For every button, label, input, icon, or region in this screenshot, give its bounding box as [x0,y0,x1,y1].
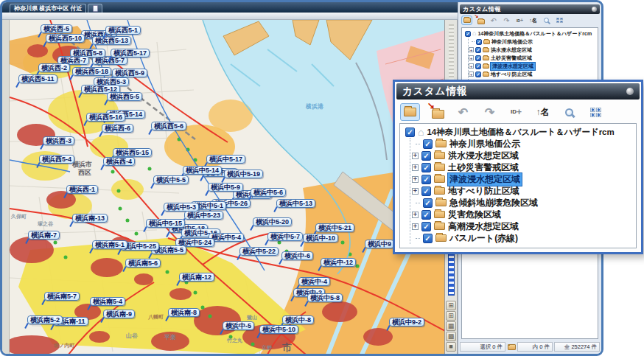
import-folder-icon[interactable]: ↘ [475,15,486,25]
map-price-label[interactable]: 横浜中5-10 [259,325,298,334]
inset-header[interactable]: カスタム情報 [396,83,640,100]
map-price-label[interactable]: 横浜中5-8 [307,293,343,302]
tree-item[interactable]: +✓土砂災害警戒区域 [410,161,636,173]
tile-grid-icon[interactable] [554,15,565,25]
search-icon[interactable] [541,15,552,25]
map-price-label[interactable]: 横浜西5-16 [86,113,125,122]
tree-item[interactable]: +✓土砂災害警戒区域 [469,54,598,62]
map-price-label[interactable]: 横浜中-12 [321,258,356,267]
map-price-label[interactable]: 横浜中5-19 [224,170,263,178]
open-folder-icon[interactable] [461,15,472,25]
map-price-label[interactable]: 横浜西-2 [38,63,70,72]
map-price-label[interactable]: 横浜西5-9 [112,69,147,77]
map-price-label[interactable]: 横浜西-3 [43,136,74,145]
checkbox-checked[interactable]: ✓ [421,163,431,172]
checkbox-checked[interactable]: ✓ [421,210,431,220]
map-price-label[interactable]: 横浜西-6 [102,124,133,133]
checkbox-checked[interactable]: ✓ [475,63,481,69]
checkbox-checked[interactable]: ✓ [405,128,415,137]
expand-icon[interactable]: + [469,55,474,60]
map-price-label[interactable]: 横浜西5-11 [18,74,57,83]
tree-root-item[interactable]: ✓⌂14神奈川県土地価格＆バスルート＆ハザードrcm [400,126,636,138]
map-price-label[interactable]: 横浜中-6 [281,251,313,260]
expand-icon[interactable]: + [412,176,419,183]
tree-item[interactable]: ✓バスルート(赤線) [410,232,636,244]
grid-quad-2-button[interactable]: ⊞ [446,311,456,321]
map-price-label[interactable]: 横浜南5-7 [44,292,80,301]
checkbox-checked[interactable]: ✓ [421,151,431,161]
expand-icon[interactable]: + [412,153,419,159]
map-price-label[interactable]: 横浜中5-17 [206,155,245,164]
map-price-label[interactable]: 横浜中5-5 [153,175,189,184]
checkbox-checked[interactable]: ✓ [475,55,481,61]
rename-icon[interactable]: ↑名 [533,103,553,121]
tree-root-item[interactable]: ✓⌂14神奈川県土地価格＆バスルート＆ハザードrcm [462,29,598,38]
map-price-label[interactable]: 横浜中-10 [303,234,338,242]
checkbox-checked[interactable]: ✓ [421,186,431,196]
tree-item[interactable]: +✓災害危険区域 [410,209,636,220]
tree-item[interactable]: ✓神奈川県地価公示 [469,38,598,46]
add-id-icon[interactable]: ID+ [514,15,525,25]
tree-item[interactable]: +✓洪水浸水想定区域 [469,46,598,54]
map-view-tab[interactable]: 神奈川県 横浜市中区 付近 [10,4,86,13]
map-price-label[interactable]: 横浜西-5 [41,24,72,33]
expand-icon[interactable]: + [412,212,419,218]
tree-item[interactable]: +✓高潮浸水想定区域 [410,220,636,232]
import-folder-icon[interactable]: ↘ [427,103,447,121]
tree-item[interactable]: +✓洪水浸水想定区域 [410,150,636,161]
map-price-label[interactable]: 横浜西5-13 [92,36,131,45]
expand-icon[interactable]: + [469,47,474,52]
map-price-label[interactable]: 横浜西5-4 [39,155,74,164]
map-price-label[interactable]: 横浜南5-4 [90,297,125,306]
expand-icon[interactable]: + [412,223,419,230]
map-price-label[interactable]: 横浜中-4 [298,277,330,286]
map-price-label[interactable]: 横浜中9-2 [389,318,424,327]
new-tab[interactable] [88,4,102,13]
map-price-label[interactable]: 横浜中5-15 [146,219,185,228]
map-price-label[interactable]: 横浜西-4 [103,157,135,166]
map-price-label[interactable]: 横浜南-8 [168,308,200,317]
map-price-label[interactable]: 横浜西5-6 [151,122,186,130]
open-folder-icon[interactable] [400,103,420,121]
checkbox-checked[interactable]: ✓ [475,47,481,53]
map-price-label[interactable]: 横浜中5-20 [253,217,292,226]
grid-dense-button[interactable]: ▩ [446,332,456,341]
map-price-label[interactable]: 横浜中5-21 [315,223,354,232]
map-price-label[interactable]: 横浜西5-1 [105,26,141,35]
tree-item[interactable]: +✓地すべり防止区域 [410,185,636,197]
grid-quad-button[interactable]: ⊞ [446,301,456,310]
undo-icon[interactable]: ↶ [488,15,499,25]
map-price-label[interactable]: 横浜南5-2 [27,315,63,324]
map-price-label[interactable]: 横浜西5-5 [107,92,142,101]
map-price-label[interactable]: 横浜中9 [365,240,394,248]
grid-nine-button[interactable]: ▦ [446,321,456,331]
checkbox-checked[interactable]: ✓ [423,198,433,208]
checkbox-checked[interactable]: ✓ [423,139,433,149]
rename-icon[interactable]: ↑名 [528,15,539,25]
expand-icon[interactable]: + [412,188,419,195]
expand-icon[interactable]: + [469,71,474,77]
checkbox-checked[interactable]: ✓ [475,71,481,77]
map-price-label[interactable]: 横浜中5-22 [239,247,279,256]
redo-icon[interactable]: ↷ [501,15,512,25]
map-price-label[interactable]: 横浜中5-7 [267,232,303,241]
map-price-label[interactable]: 横浜中-5 [223,321,254,330]
expand-icon[interactable]: + [412,164,419,171]
tree-item[interactable]: +✓津波浸水想定区域 [410,173,636,185]
map-price-label[interactable]: 横浜南5-1 [92,240,127,249]
inset-collapse-icon[interactable] [626,88,634,95]
map-price-label[interactable]: 横浜西5-18 [72,67,111,76]
tree-item[interactable]: +✓津波浸水想定区域 [469,62,598,70]
map-price-label[interactable]: 横浜中5-9 [208,183,243,192]
tree-item[interactable]: +✓地すべり防止区域 [469,70,598,78]
map-price-label[interactable]: 横浜西5-10 [46,34,85,43]
panel-collapse-icon[interactable] [592,7,597,12]
map-price-label[interactable]: 横浜西5-15 [113,148,152,157]
checkbox-checked[interactable]: ✓ [465,31,471,37]
expand-icon[interactable]: + [469,63,474,69]
checkbox-checked[interactable]: ✓ [423,234,433,243]
checkbox-checked[interactable]: ✓ [421,175,431,184]
map-price-label[interactable]: 横浜中5-14 [183,166,222,175]
tree-item[interactable]: ✓神奈川県地価公示 [410,138,636,150]
panel-header[interactable]: カスタム情報 [460,4,600,14]
